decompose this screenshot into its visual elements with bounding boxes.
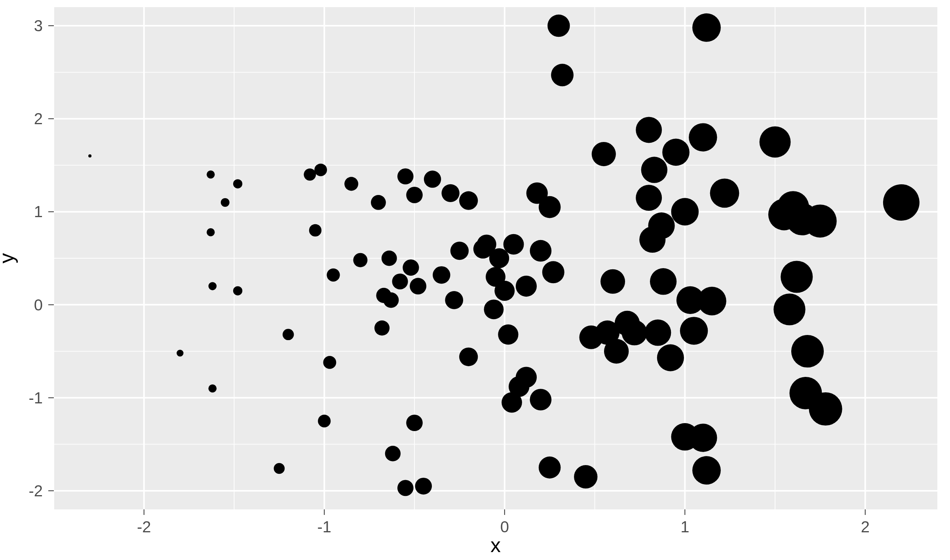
data-point: [207, 170, 215, 179]
data-point: [494, 281, 515, 301]
data-point: [773, 293, 805, 325]
data-point: [304, 168, 316, 181]
data-point: [648, 212, 674, 239]
data-point: [539, 456, 561, 479]
data-point: [680, 317, 708, 345]
data-point: [504, 234, 524, 255]
data-point: [383, 292, 399, 308]
data-point: [371, 195, 386, 210]
data-point: [809, 392, 842, 426]
data-point: [323, 356, 336, 369]
data-point: [392, 274, 408, 289]
data-point: [233, 286, 242, 295]
y-tick-label: -1: [28, 389, 43, 407]
y-tick-label: -2: [28, 482, 43, 499]
data-point: [406, 187, 423, 203]
data-point: [530, 389, 552, 411]
data-point: [209, 282, 217, 290]
data-point: [689, 424, 717, 452]
data-point: [385, 446, 401, 461]
data-point: [516, 367, 537, 388]
data-point: [221, 198, 230, 207]
data-point: [207, 228, 215, 236]
scatter-chart: -2-1012-2-10123xy: [0, 0, 950, 560]
data-point: [344, 177, 358, 191]
data-point: [791, 335, 824, 367]
data-point: [374, 320, 390, 335]
chart-svg: -2-1012-2-10123xy: [0, 0, 950, 560]
data-point: [636, 117, 662, 143]
data-point: [592, 142, 616, 166]
data-point: [804, 204, 837, 238]
data-point: [641, 157, 667, 183]
data-point: [410, 278, 426, 295]
data-point: [574, 465, 597, 488]
data-point: [760, 127, 791, 158]
data-point: [445, 291, 463, 309]
data-point: [209, 384, 217, 393]
y-tick-label: 3: [34, 17, 43, 34]
data-point: [274, 463, 285, 474]
data-point: [781, 261, 813, 293]
data-point: [233, 179, 242, 188]
data-point: [645, 320, 671, 346]
y-tick-label: 2: [34, 110, 43, 127]
data-point: [697, 287, 726, 315]
data-point: [883, 184, 920, 221]
data-point: [415, 478, 432, 495]
data-point: [622, 320, 647, 345]
y-axis-title: y: [0, 253, 18, 263]
data-point: [657, 344, 684, 371]
data-point: [406, 414, 423, 431]
data-point: [542, 261, 564, 283]
data-point: [283, 329, 294, 341]
data-point: [433, 266, 450, 284]
data-point: [88, 154, 91, 157]
data-point: [353, 253, 367, 267]
x-tick-label: 0: [500, 518, 509, 535]
data-point: [516, 276, 537, 297]
data-point: [177, 350, 183, 356]
data-point: [459, 348, 478, 366]
data-point: [498, 324, 518, 344]
x-tick-label: 2: [861, 518, 870, 535]
x-tick-label: -1: [317, 518, 331, 535]
data-point: [604, 339, 629, 364]
y-tick-label: 1: [34, 203, 43, 220]
data-point: [484, 299, 504, 319]
data-point: [397, 480, 414, 496]
data-point: [450, 242, 469, 260]
x-tick-label: 1: [680, 518, 689, 535]
data-point: [547, 15, 570, 37]
data-point: [551, 64, 574, 86]
data-point: [692, 13, 721, 42]
data-point: [327, 269, 340, 282]
data-point: [397, 168, 414, 185]
data-point: [459, 191, 478, 210]
data-point: [403, 259, 419, 276]
data-point: [441, 184, 459, 202]
data-point: [689, 123, 717, 151]
data-point: [671, 198, 699, 226]
data-point: [309, 224, 321, 236]
data-point: [662, 139, 690, 166]
data-point: [600, 269, 625, 294]
x-axis-title: x: [490, 534, 501, 556]
y-tick-label: 0: [34, 296, 43, 314]
data-point: [314, 164, 327, 176]
data-point: [636, 185, 662, 211]
data-point: [424, 170, 441, 187]
data-point: [710, 179, 739, 208]
data-point: [692, 456, 721, 484]
data-point: [318, 414, 331, 427]
data-point: [650, 268, 676, 295]
x-tick-label: -2: [137, 518, 151, 535]
data-point: [530, 240, 552, 262]
data-point: [382, 251, 397, 266]
data-point: [539, 196, 561, 218]
